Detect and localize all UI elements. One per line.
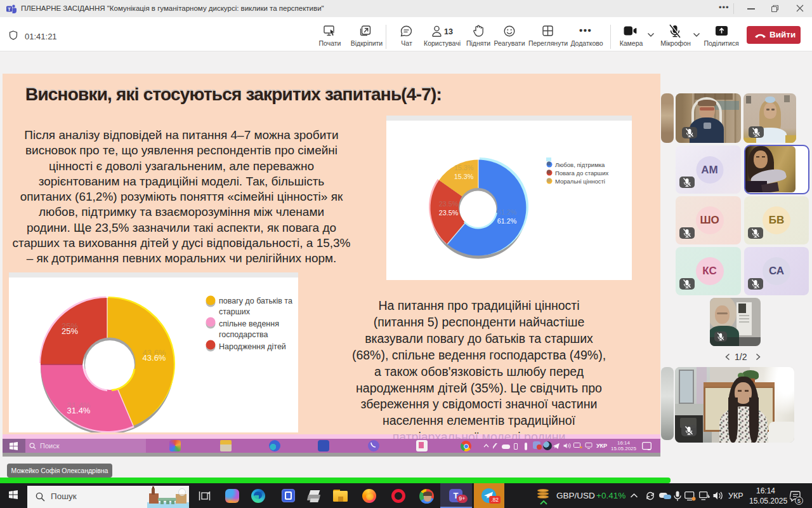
svg-text:Моральні цінності: Моральні цінності	[555, 178, 605, 185]
svg-text:Любов, підтримка: Любов, підтримка	[555, 161, 605, 168]
svg-text:T: T	[8, 6, 11, 12]
svg-text:повагу до батьків та: повагу до батьків та	[219, 297, 292, 305]
svg-text:23.5%: 23.5%	[439, 209, 459, 217]
svg-text:спільне ведення: спільне ведення	[219, 319, 279, 328]
svg-text:15.3%: 15.3%	[454, 164, 474, 171]
svg-text:23.5%: 23.5%	[439, 200, 459, 208]
svg-text:31.4%: 31.4%	[67, 406, 91, 415]
svg-text:старших: старших	[219, 307, 251, 316]
svg-text:61.2%: 61.2%	[497, 208, 517, 216]
svg-text:61.2%: 61.2%	[497, 217, 517, 225]
svg-text:25%: 25%	[62, 326, 78, 336]
svg-text:Народження дітей: Народження дітей	[219, 342, 286, 351]
svg-text:господарства: господарства	[219, 330, 268, 339]
svg-text:Повага до старших: Повага до старших	[555, 170, 608, 177]
svg-text:15.3%: 15.3%	[454, 173, 474, 180]
svg-text:43.6%: 43.6%	[143, 353, 166, 363]
